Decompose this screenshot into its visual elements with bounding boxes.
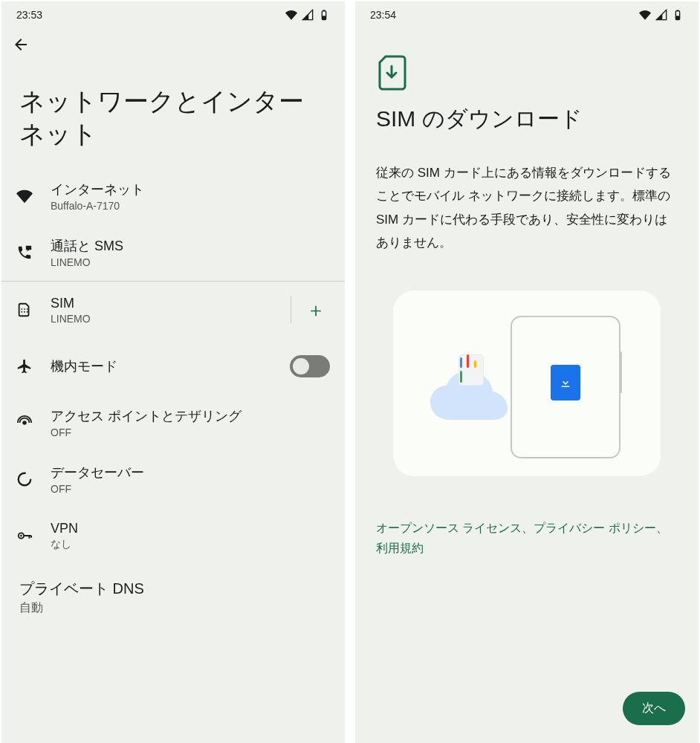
vertical-divider (291, 296, 291, 323)
hotspot-icon (16, 415, 51, 431)
status-bar: 23:54 (355, 1, 699, 28)
row-title: 通話と SMS (51, 237, 330, 255)
svg-point-9 (22, 421, 27, 426)
row-subtitle: Buffalo-A-7170 (51, 200, 330, 212)
phone-message-icon (16, 244, 51, 261)
row-private-dns[interactable]: プライベート DNS 自動 (1, 564, 345, 623)
page-title: SIM のダウンロード (376, 104, 678, 134)
row-internet[interactable]: インターネット Buffalo-A-7170 (1, 168, 345, 224)
svg-point-6 (24, 311, 25, 313)
svg-point-4 (21, 311, 22, 313)
screen-sim-download: 23:54 SIM のダウンロード 従来の SIM カード上にある情報をダウンロ… (355, 1, 699, 743)
sim-card-icon (16, 302, 51, 318)
airplane-mode-switch[interactable] (290, 355, 330, 377)
wifi-icon (639, 9, 651, 21)
settings-list: インターネット Buffalo-A-7170 通話と SMS LINEMO SI… (1, 168, 345, 623)
row-sim[interactable]: SIM LINEMO ＋ (1, 282, 345, 338)
app-bar (1, 28, 345, 64)
row-subtitle: LINEMO (51, 256, 330, 268)
row-title: データセーバー (51, 464, 330, 481)
row-subtitle: OFF (51, 426, 330, 438)
page-title: ネットワークとインターネット (1, 64, 345, 168)
add-sim-button[interactable]: ＋ (302, 297, 330, 323)
row-title: 機内モード (51, 357, 290, 375)
row-data-saver[interactable]: データセーバー OFF (1, 451, 345, 507)
svg-rect-15 (676, 16, 679, 19)
battery-icon (318, 9, 330, 21)
row-vpn[interactable]: VPN なし (1, 507, 345, 564)
svg-point-10 (19, 473, 31, 486)
next-button[interactable]: 次へ (623, 692, 685, 725)
status-bar: 23:53 (1, 1, 345, 28)
wifi-icon (285, 9, 297, 21)
screen-network-settings: 23:53 ネットワークとインターネット インターネット Buffalo-A-7… (1, 1, 345, 743)
row-title: プライベート DNS (1, 564, 345, 599)
svg-point-5 (24, 309, 25, 311)
signal-icon (302, 9, 314, 21)
legal-links[interactable]: オープンソース ライセンス、プライバシー ポリシー、利用規約 (376, 518, 678, 558)
row-title: VPN (51, 521, 330, 536)
vpn-key-icon (16, 528, 51, 544)
airplane-icon (16, 358, 51, 374)
svg-rect-14 (677, 10, 679, 11)
row-title: アクセス ポイントとテザリング (51, 407, 330, 425)
status-icons (285, 9, 330, 21)
svg-point-3 (21, 309, 22, 311)
svg-point-12 (20, 535, 22, 537)
row-title: インターネット (51, 181, 330, 198)
clock: 23:54 (370, 9, 396, 21)
row-title: SIM (51, 296, 285, 311)
battery-icon (672, 9, 684, 21)
row-subtitle: LINEMO (51, 313, 285, 325)
data-saver-icon (16, 471, 51, 487)
row-subtitle: 自動 (1, 599, 345, 623)
wifi-icon (16, 188, 51, 204)
status-icons (639, 9, 684, 21)
row-hotspot-tethering[interactable]: アクセス ポイントとテザリング OFF (1, 395, 345, 451)
illustration (393, 291, 661, 476)
content: SIM のダウンロード 従来の SIM カード上にある情報をダウンロードすること… (355, 28, 699, 743)
signal-icon (655, 9, 667, 21)
row-airplane-mode[interactable]: 機内モード (1, 338, 345, 395)
svg-rect-1 (323, 10, 325, 11)
svg-rect-2 (323, 16, 325, 19)
svg-point-7 (27, 309, 28, 311)
row-subtitle: OFF (51, 483, 330, 495)
svg-point-8 (27, 311, 28, 313)
back-button[interactable] (12, 36, 30, 56)
sim-download-icon (376, 55, 407, 91)
arrow-back-icon (12, 36, 30, 53)
row-subtitle: なし (51, 538, 330, 551)
sim-mini-icon (458, 354, 484, 386)
clock: 23:53 (16, 9, 42, 21)
row-calls-sms[interactable]: 通話と SMS LINEMO (1, 224, 345, 281)
page-description: 従来の SIM カード上にある情報をダウンロードすることでモバイル ネットワーク… (376, 161, 678, 255)
download-tile-icon (551, 365, 580, 400)
